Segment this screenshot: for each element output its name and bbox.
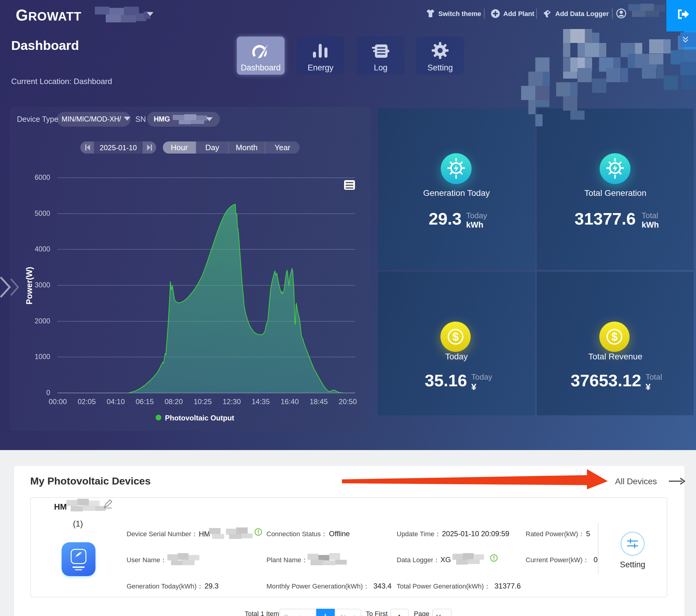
svg-text:$: $ <box>452 330 459 343</box>
svg-text:$: $ <box>611 330 617 343</box>
